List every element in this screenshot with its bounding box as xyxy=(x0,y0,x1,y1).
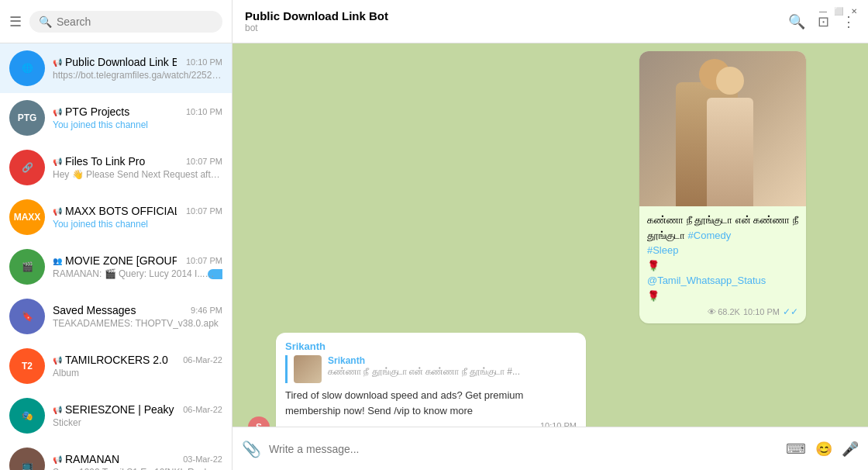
chat-item-tamilrockers[interactable]: T2📢 TAMILROCKERS 2.006-Mar-22Album xyxy=(0,341,232,391)
chat-preview: Scam 1992 Tamil S1 Ep 10[NKL Rockers... xyxy=(53,467,222,470)
chat-name: 📢 Files To Link Pro xyxy=(53,155,145,168)
chat-body: கண்ணா நீ தூங்குடா என் கண்ணா நீ தூங்குடா … xyxy=(232,43,868,427)
reply-message: Srikanth Srikanth கண்ணா நீ தூங்குடா என் … xyxy=(276,333,586,427)
avatar: MAXX xyxy=(9,199,45,235)
chat-list: 🌐📢 Public Download Link Bot10:10 PMhttps… xyxy=(0,43,232,470)
input-actions: ⌨ 😊 🎤 xyxy=(786,441,859,458)
chat-time: 10:07 PM xyxy=(186,157,222,166)
chat-item-public-download-bot[interactable]: 🌐📢 Public Download Link Bot10:10 PMhttps… xyxy=(0,43,232,93)
chat-input-area: 📎 ⌨ 😊 🎤 xyxy=(232,427,868,470)
chat-name: 👥 MOVIE ZONE [GROUP] xyxy=(53,254,177,267)
chat-time: 9:46 PM xyxy=(191,306,222,315)
chat-item-ramanan[interactable]: 📺📢 RAMANAN03-Mar-22Scam 1992 Tamil S1 Ep… xyxy=(0,441,232,470)
chat-item-serieszone[interactable]: 🎭📢 SERIESZONE | Peaky ...06-Mar-22Sticke… xyxy=(0,391,232,441)
sidebar: ☰ 🔍 🌐📢 Public Download Link Bot10:10 PMh… xyxy=(0,0,232,470)
mic-icon[interactable]: 🎤 xyxy=(842,441,859,458)
chat-name: 📢 Public Download Link Bot xyxy=(53,56,177,68)
chat-preview: RAMANAN: 🎬 Query: Lucy 2014 I...304 xyxy=(53,268,222,279)
chat-preview: https://bot.telegramfiles.ga/watch/22525… xyxy=(53,70,222,81)
chat-name: 📢 SERIESZONE | Peaky ... xyxy=(53,403,177,416)
chat-subtitle: bot xyxy=(245,22,788,33)
chat-info: 👥 MOVIE ZONE [GROUP]10:07 PMRAMANAN: 🎬 Q… xyxy=(53,254,222,279)
avatar: 🌐 xyxy=(9,50,45,86)
avatar: PTG xyxy=(9,100,45,136)
media-image xyxy=(639,51,806,206)
chat-preview: Hey 👋 Please Send Next Request after (..… xyxy=(53,169,222,180)
chat-time: 10:10 PM xyxy=(186,57,222,67)
chat-info: 📢 PTG Projects10:10 PMYou joined this ch… xyxy=(53,105,222,130)
chat-preview: TEAKADAMEMES: THOPTV_v38.0.apk xyxy=(53,318,222,329)
chat-name: Saved Messages xyxy=(53,304,136,316)
chat-name: 📢 MAXX BOTS OFFICIAL ™ xyxy=(53,205,177,217)
msg-time: 10:10 PM xyxy=(743,307,780,316)
chat-time: 10:07 PM xyxy=(186,206,222,216)
avatar: 🔖 xyxy=(9,299,45,334)
chat-info: 📢 Files To Link Pro10:07 PMHey 👋 Please … xyxy=(53,155,222,180)
sidebar-header: ☰ 🔍 xyxy=(0,0,232,43)
message-area: கண்ணா நீ தூங்குடா என் கண்ணா நீ தூங்குடா … xyxy=(248,51,852,427)
reply-preview: Srikanth கண்ணா நீ தூங்குடா என் கண்ணா நீ … xyxy=(285,355,577,383)
chat-item-saved-messages[interactable]: 🔖Saved Messages9:46 PMTEAKADAMEMES: THOP… xyxy=(0,292,232,341)
chat-name: 📢 TAMILROCKERS 2.0 xyxy=(53,354,168,366)
msg-time-2: 10:10 PM xyxy=(540,421,577,427)
chat-item-movie-zone[interactable]: 🎬👥 MOVIE ZONE [GROUP]10:07 PMRAMANAN: 🎬 … xyxy=(0,242,232,292)
search-input[interactable] xyxy=(57,16,213,28)
chat-preview: You joined this channel xyxy=(53,219,222,230)
media-caption: கண்ணா நீ தூங்குடா என் கண்ணா நீ தூங்குடா … xyxy=(639,206,806,323)
message-sender: Srikanth xyxy=(285,340,577,352)
sender-avatar: S xyxy=(248,416,270,427)
chat-header: Public Download Link Bot bot 🔍 ⊡ ⋮ xyxy=(232,0,868,43)
chat-info: 📢 MAXX BOTS OFFICIAL ™10:07 PMYou joined… xyxy=(53,205,222,230)
attach-icon[interactable]: 📎 xyxy=(242,440,261,458)
chat-info: Saved Messages9:46 PMTEAKADAMEMES: THOPT… xyxy=(53,304,222,329)
close-button[interactable]: ✕ xyxy=(849,6,859,16)
chat-time: 10:07 PM xyxy=(186,256,222,265)
avatar: 🔗 xyxy=(9,150,45,185)
avatar: 🎭 xyxy=(9,398,45,434)
message-body: Tired of slow download speed and ads? Ge… xyxy=(285,388,577,418)
chat-header-info: Public Download Link Bot bot xyxy=(245,9,788,33)
reply-sender: Srikanth xyxy=(328,355,577,366)
chat-name: 📢 RAMANAN xyxy=(53,453,119,465)
search-icon: 🔍 xyxy=(39,16,52,28)
chat-title: Public Download Link Bot xyxy=(245,9,788,22)
chat-info: 📢 Public Download Link Bot10:10 PMhttps:… xyxy=(53,56,222,81)
window-controls: — ⬜ ✕ xyxy=(818,6,859,16)
app-container: ☰ 🔍 🌐📢 Public Download Link Bot10:10 PMh… xyxy=(0,0,868,470)
search-chat-icon[interactable]: 🔍 xyxy=(788,13,805,30)
chat-time: 06-Mar-22 xyxy=(183,405,222,414)
search-bar[interactable]: 🔍 xyxy=(29,11,222,33)
chat-preview: Album xyxy=(53,368,222,378)
bubble-meta: 10:10 PM xyxy=(285,421,577,427)
chat-item-files-to-link[interactable]: 🔗📢 Files To Link Pro10:07 PMHey 👋 Please… xyxy=(0,143,232,192)
chat-name: 📢 PTG Projects xyxy=(53,105,129,118)
chat-time: 03-Mar-22 xyxy=(183,454,222,464)
reply-text: கண்ணா நீ தூங்குடா என் கண்ணா நீ தூங்குடா … xyxy=(328,366,577,377)
chat-item-maxx-bots[interactable]: MAXX📢 MAXX BOTS OFFICIAL ™10:07 PMYou jo… xyxy=(0,192,232,242)
media-message: கண்ணா நீ தூங்குடா என் கண்ணா நீ தூங்குடா … xyxy=(639,51,806,323)
chat-info: 📢 TAMILROCKERS 2.006-Mar-22Album xyxy=(53,354,222,378)
chat-preview: You joined this channel xyxy=(53,119,222,130)
msg-status: ✓✓ xyxy=(783,306,798,317)
minimize-button[interactable]: — xyxy=(818,6,828,16)
menu-icon[interactable]: ☰ xyxy=(9,13,22,30)
maximize-button[interactable]: ⬜ xyxy=(834,6,843,16)
avatar: T2 xyxy=(9,348,45,384)
chat-info: 📢 RAMANAN03-Mar-22Scam 1992 Tamil S1 Ep … xyxy=(53,453,222,470)
view-count: 👁 68.2K xyxy=(708,307,740,316)
chat-preview: Sticker xyxy=(53,417,222,428)
chat-main: — ⬜ ✕ Public Download Link Bot bot 🔍 ⊡ ⋮ xyxy=(232,0,868,470)
message-input[interactable] xyxy=(269,443,778,455)
chat-info: 📢 SERIESZONE | Peaky ...06-Mar-22Sticker xyxy=(53,403,222,428)
avatar: 📺 xyxy=(9,448,45,470)
reply-content: Srikanth கண்ணா நீ தூங்குடா என் கண்ணா நீ … xyxy=(328,355,577,383)
chat-item-ptg-projects[interactable]: PTG📢 PTG Projects10:10 PMYou joined this… xyxy=(0,93,232,143)
bot-command-icon[interactable]: ⌨ xyxy=(786,441,806,458)
reply-thumbnail xyxy=(294,355,322,383)
avatar: 🎬 xyxy=(9,249,45,285)
emoji-icon[interactable]: 😊 xyxy=(815,441,832,458)
media-meta: 👁 68.2K 10:10 PM ✓✓ xyxy=(647,306,798,317)
chat-time: 10:10 PM xyxy=(186,107,222,116)
chat-time: 06-Mar-22 xyxy=(183,355,222,365)
media-text: கண்ணா நீ தூங்குடா என் கண்ணா நீ தூங்குடா … xyxy=(647,213,798,303)
